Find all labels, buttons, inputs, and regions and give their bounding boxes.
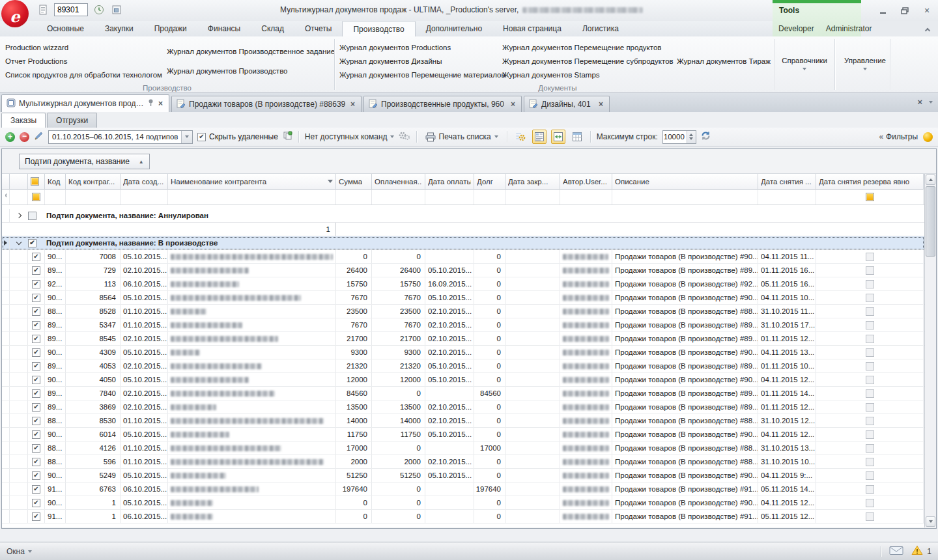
row-checkbox[interactable] <box>32 280 40 288</box>
document-row[interactable]: 90...700805.10.2015...000Продажи товаров… <box>2 250 924 264</box>
row-checkbox[interactable] <box>32 253 40 261</box>
grid-view-toggle[interactable] <box>570 130 584 144</box>
column-header[interactable]: Дата оплаты <box>425 174 474 189</box>
ribbon-tab[interactable]: Дополнительно <box>416 21 492 36</box>
document-row[interactable]: 89...72902.10.2015...264002640005.10.201… <box>2 264 924 277</box>
print-list-button[interactable]: Печать списка <box>423 131 501 143</box>
document-tab[interactable]: Мультижурнал документов продаж× <box>1 94 169 112</box>
column-header[interactable]: Код <box>45 174 66 189</box>
document-row[interactable]: 90...105.10.2015...000Продажи товаров (В… <box>2 496 924 510</box>
document-row[interactable]: 88...59601.10.2015...2000200002.10.2015.… <box>2 455 924 469</box>
filter-cell[interactable] <box>474 189 505 204</box>
filter-cell[interactable] <box>560 189 612 204</box>
row-checkbox[interactable] <box>32 417 40 425</box>
commands-dropdown[interactable]: Нет доступных команд <box>305 132 394 141</box>
close-tab-icon[interactable]: × <box>349 100 356 109</box>
filter-cell[interactable] <box>10 189 28 204</box>
windows-menu-button[interactable]: Окна <box>7 547 32 556</box>
reserve-release-checkbox[interactable] <box>866 321 874 329</box>
document-row[interactable]: 90...524905.10.2015...512505125005.10.20… <box>2 469 924 483</box>
column-header[interactable]: Наименование контрагента <box>168 174 336 189</box>
reserve-release-checkbox[interactable] <box>866 280 874 288</box>
scrollbar-thumb[interactable] <box>926 186 935 257</box>
reserve-release-checkbox[interactable] <box>866 294 874 302</box>
column-header[interactable] <box>10 174 28 189</box>
max-rows-spinner[interactable]: 10000 <box>662 130 696 144</box>
filter-cell[interactable] <box>758 189 816 204</box>
edit-pencil-icon[interactable] <box>34 131 44 143</box>
collapse-group-icon[interactable] <box>10 236 28 249</box>
ribbon-command[interactable]: Журнал документов Stamps <box>502 71 677 79</box>
ribbon-command[interactable]: Журнал документов Перемещение субпродукт… <box>502 57 677 65</box>
ribbon-tab[interactable]: Склад <box>251 21 294 36</box>
reserve-release-checkbox[interactable] <box>866 362 874 371</box>
row-checkbox[interactable] <box>32 403 40 412</box>
restore-button[interactable] <box>898 5 912 16</box>
document-row[interactable]: 89...854502.10.2015...217002170002.10.20… <box>2 332 924 346</box>
hide-deleted-checkbox[interactable]: Скрыть удаленные <box>197 132 278 141</box>
scroll-up-icon[interactable] <box>926 175 935 185</box>
document-row[interactable]: 92...11306.10.2015...157501575016.09.201… <box>2 277 924 291</box>
filter-cell[interactable] <box>45 189 66 204</box>
row-checkbox[interactable] <box>32 266 40 275</box>
filter-cell[interactable] <box>28 189 45 204</box>
document-tab[interactable]: Дизайны, 401× <box>524 96 610 112</box>
row-checkbox[interactable] <box>32 348 40 357</box>
document-row[interactable]: 88...852801.10.2015...235002350002.10.20… <box>2 305 924 318</box>
ribbon-tab[interactable]: Финансы <box>197 21 251 36</box>
ribbon-command[interactable]: Журнал документов Производственное задан… <box>167 48 333 55</box>
row-checkbox[interactable] <box>32 362 40 371</box>
filter-pin-icon[interactable] <box>2 189 10 204</box>
reserve-release-checkbox[interactable] <box>866 458 874 466</box>
column-header[interactable]: Дата созд... <box>121 174 168 189</box>
reserve-release-checkbox[interactable] <box>866 307 874 316</box>
row-checkbox[interactable] <box>32 444 40 453</box>
reserve-release-checkbox[interactable] <box>866 253 874 261</box>
ribbon-command[interactable]: Отчет Productions <box>5 57 167 65</box>
column-header[interactable]: Оплаченная... <box>372 174 425 189</box>
combobox-dropdown-icon[interactable] <box>181 131 192 143</box>
reserve-release-checkbox[interactable] <box>866 335 874 343</box>
ribbon-tab[interactable]: Производство <box>342 21 415 36</box>
filters-button[interactable]: Фильтры <box>879 132 918 141</box>
column-header[interactable]: Долг <box>474 174 505 189</box>
reserve-release-checkbox[interactable] <box>866 499 874 507</box>
image-view-toggle[interactable] <box>551 130 565 144</box>
filter-cell[interactable] <box>336 189 372 204</box>
document-row[interactable]: 89...784002.10.2015...84560084560Продажи… <box>2 387 924 400</box>
reserve-release-checkbox[interactable] <box>866 417 874 425</box>
ribbon-tab[interactable]: Новая страница <box>492 21 572 36</box>
reserve-release-checkbox[interactable] <box>866 389 874 398</box>
filter-checkbox[interactable] <box>866 193 874 201</box>
column-header[interactable]: Описание <box>612 174 758 189</box>
reserve-release-checkbox[interactable] <box>866 485 874 494</box>
minimize-button[interactable] <box>875 5 890 16</box>
row-checkbox[interactable] <box>32 335 40 343</box>
vertical-scrollbar[interactable] <box>924 174 936 527</box>
reserve-release-checkbox[interactable] <box>866 444 874 453</box>
copy-settings-icon[interactable] <box>283 131 292 143</box>
close-tab-icon[interactable]: × <box>509 100 517 109</box>
column-header[interactable]: Дата снятия ... <box>758 174 816 189</box>
ribbon-command[interactable]: Production wizzard <box>5 44 167 51</box>
reserve-release-checkbox[interactable] <box>866 471 874 480</box>
ribbon-command[interactable]: Журнал документов Тираж <box>677 57 780 65</box>
row-checkbox[interactable] <box>32 458 40 466</box>
filter-cell[interactable] <box>372 189 425 204</box>
mail-icon[interactable] <box>889 546 903 557</box>
document-tab[interactable]: Продажи товаров (В производстве) #88639× <box>171 96 362 112</box>
column-header[interactable] <box>28 174 45 189</box>
close-tab-icon[interactable]: × <box>597 100 604 109</box>
close-button[interactable]: × <box>920 5 934 16</box>
ribbon-command[interactable]: Журнал документов Дизайны <box>339 57 502 65</box>
row-checkbox[interactable] <box>32 471 40 480</box>
document-row[interactable]: 88...412601.10.2015...17000017000Продажи… <box>2 441 924 455</box>
document-row[interactable]: 90...405005.10.2015...120001200005.10.20… <box>2 373 924 387</box>
row-checkbox[interactable] <box>32 389 40 398</box>
references-dropdown-button[interactable]: Справочники <box>776 40 832 86</box>
reserve-release-checkbox[interactable] <box>866 403 874 412</box>
reserve-release-checkbox[interactable] <box>866 512 874 521</box>
group-row[interactable]: Подтип документа, название: В производст… <box>2 236 924 250</box>
group-checkbox[interactable] <box>28 239 36 247</box>
filter-cell[interactable] <box>816 189 924 204</box>
